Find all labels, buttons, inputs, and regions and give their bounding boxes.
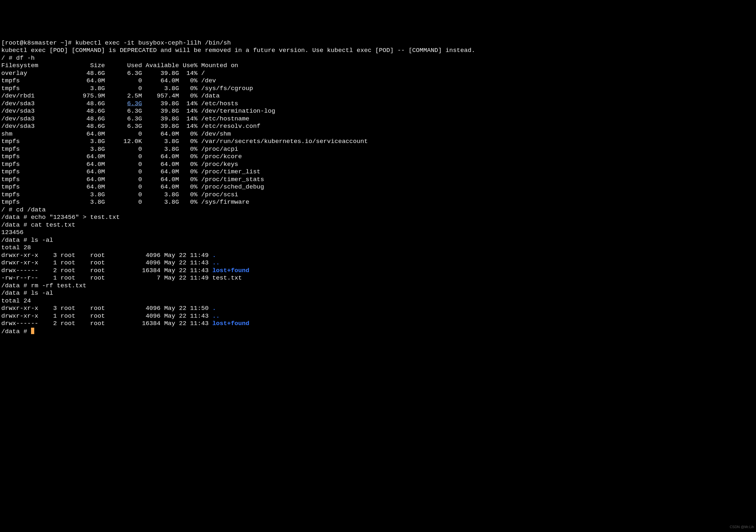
- ls-dir-name: .: [212, 305, 216, 312]
- df-row: tmpfs 64.0M 0 64.0M 0% /dev: [1, 77, 216, 84]
- ls-row: drwxr-xr-x 3 root root 4096 May 22 11:49…: [1, 252, 216, 259]
- cursor-icon: [31, 328, 34, 334]
- df-row: /dev/sda3 48.6G 6.3G 39.8G 14% /etc/reso…: [1, 123, 260, 130]
- ls-total: total 28: [1, 244, 31, 251]
- prompt-line: [root@k8smaster ~]# kubectl exec -it bus…: [1, 39, 231, 46]
- df-row: tmpfs 3.8G 0 3.8G 0% /proc/acpi: [1, 146, 238, 153]
- ls-dir-name: ..: [212, 313, 220, 319]
- df-row: /dev/sda3 48.6G 6.3G 39.8G 14% /dev/term…: [1, 108, 275, 114]
- df-row: tmpfs 3.8G 0 3.8G 0% /sys/fs/cgroup: [1, 85, 253, 92]
- ls-row: drwxr-xr-x 3 root root 4096 May 22 11:50…: [1, 305, 216, 312]
- prompt-end: /data #: [1, 328, 31, 335]
- command-ls: /data # ls -al: [1, 290, 53, 297]
- command-echo: /data # echo "123456" > test.txt: [1, 214, 120, 221]
- command-cd: / # cd /data: [1, 206, 46, 214]
- df-used-highlight: 6.3G: [127, 100, 142, 107]
- df-row: tmpfs 64.0M 0 64.0M 0% /proc/kcore: [1, 153, 242, 160]
- ls-dir-name: lost+found: [212, 320, 249, 327]
- watermark: CSDN @Mr.Lih: [730, 523, 754, 531]
- ls-row: drwxr-xr-x 1 root root 4096 May 22 11:43…: [1, 313, 220, 319]
- ls-row: drwx------ 2 root root 16384 May 22 11:4…: [1, 267, 249, 274]
- df-row: /dev/sda3 48.6G 6.3G 39.8G 14% /etc/host…: [1, 100, 238, 107]
- df-row: shm 64.0M 0 64.0M 0% /dev/shm: [1, 130, 231, 138]
- df-row: tmpfs 3.8G 0 3.8G 0% /proc/scsi: [1, 191, 238, 198]
- command-ls: /data # ls -al: [1, 237, 53, 244]
- df-row: overlay 48.6G 6.3G 39.8G 14% /: [1, 70, 205, 77]
- df-row: /dev/rbd1 975.9M 2.5M 957.4M 0% /data: [1, 92, 220, 99]
- command-rm: /data # rm -rf test.txt: [1, 282, 87, 289]
- command-df: / # df -h: [1, 55, 35, 62]
- terminal[interactable]: [root@k8smaster ~]# kubectl exec -it bus…: [0, 38, 756, 336]
- cat-output: 123456: [1, 229, 24, 236]
- ls-row: -rw-r--r-- 1 root root 7 May 22 11:49 te…: [1, 274, 242, 282]
- df-row: tmpfs 64.0M 0 64.0M 0% /proc/sched_debug: [1, 183, 264, 190]
- ls-dir-name: ..: [212, 259, 220, 266]
- command-cat: /data # cat test.txt: [1, 221, 75, 229]
- ls-row: drwxr-xr-x 1 root root 4096 May 22 11:43…: [1, 259, 220, 266]
- df-row: tmpfs 64.0M 0 64.0M 0% /proc/timer_list: [1, 168, 260, 175]
- ls-dir-name: lost+found: [212, 267, 249, 274]
- df-row: tmpfs 3.8G 12.0K 3.8G 0% /var/run/secret…: [1, 138, 368, 145]
- deprecated-warning: kubectl exec [POD] [COMMAND] is DEPRECAT…: [1, 47, 475, 54]
- ls-row: drwx------ 2 root root 16384 May 22 11:4…: [1, 320, 249, 327]
- ls-dir-name: .: [212, 252, 216, 259]
- df-row: /dev/sda3 48.6G 6.3G 39.8G 14% /etc/host…: [1, 115, 249, 122]
- df-row: tmpfs 3.8G 0 3.8G 0% /sys/firmware: [1, 198, 249, 206]
- ls-total: total 24: [1, 297, 31, 304]
- df-row: tmpfs 64.0M 0 64.0M 0% /proc/timer_stats: [1, 176, 264, 183]
- df-header: Filesystem Size Used Available Use% Moun…: [1, 62, 238, 69]
- df-row: tmpfs 64.0M 0 64.0M 0% /proc/keys: [1, 161, 238, 168]
